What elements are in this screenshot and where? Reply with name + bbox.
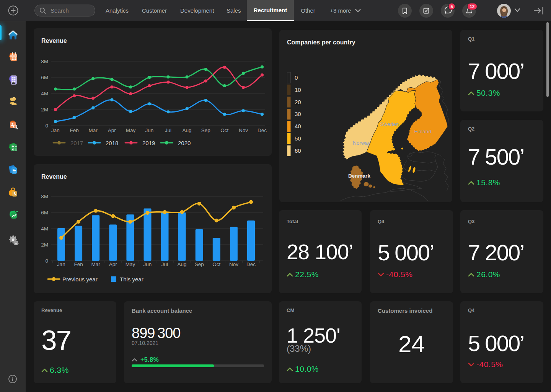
svg-text:2018: 2018 [106, 140, 118, 146]
svg-text:Aug: Aug [178, 261, 187, 267]
svg-text:2017: 2017 [70, 140, 83, 146]
svg-text:Jun: Jun [143, 261, 152, 267]
svg-text:2020: 2020 [178, 140, 191, 146]
svg-text:2019: 2019 [142, 140, 155, 146]
svg-text:Previous year: Previous year [62, 276, 98, 283]
svg-text:4M: 4M [41, 226, 48, 232]
svg-text:Nov: Nov [229, 261, 238, 267]
svg-text:Apr: Apr [108, 127, 116, 133]
svg-text:This year: This year [120, 276, 143, 283]
svg-text:50: 50 [295, 135, 301, 142]
svg-text:Finland: Finland [414, 129, 431, 134]
svg-text:May: May [126, 127, 136, 133]
svg-text:Feb: Feb [74, 261, 83, 267]
svg-text:Feb: Feb [70, 127, 78, 133]
svg-text:Jan: Jan [51, 127, 60, 133]
svg-text:Oct: Oct [212, 261, 220, 267]
svg-text:Dec: Dec [246, 261, 256, 267]
svg-text:Norway: Norway [353, 140, 370, 146]
svg-text:Mar: Mar [89, 127, 98, 133]
svg-text:6M: 6M [41, 75, 48, 80]
svg-text:Jun: Jun [145, 127, 154, 133]
svg-text:May: May [126, 261, 135, 267]
svg-text:2M: 2M [41, 242, 48, 248]
svg-text:12: 12 [470, 4, 475, 9]
svg-text:2M: 2M [41, 107, 48, 113]
svg-text:40: 40 [295, 123, 301, 129]
svg-text:Mar: Mar [91, 261, 101, 267]
svg-text:10: 10 [295, 87, 301, 93]
svg-text:8M: 8M [41, 59, 48, 64]
svg-text:30: 30 [295, 111, 301, 117]
svg-text:Apr: Apr [109, 261, 117, 267]
svg-text:Jan: Jan [57, 261, 65, 267]
svg-text:Oct: Oct [220, 127, 228, 133]
svg-text:0: 0 [45, 123, 48, 129]
svg-text:0: 0 [45, 258, 48, 264]
svg-text:60: 60 [295, 147, 301, 154]
svg-text:8M: 8M [41, 194, 48, 199]
svg-text:20: 20 [295, 99, 301, 105]
svg-text:Jul: Jul [165, 127, 171, 133]
svg-text:Nov: Nov [239, 127, 248, 133]
svg-text:4M: 4M [41, 91, 48, 96]
svg-text:Sweden: Sweden [380, 121, 399, 127]
svg-text:Dec: Dec [258, 127, 267, 133]
svg-text:Sep: Sep [195, 261, 204, 267]
svg-text:Sep: Sep [201, 127, 210, 133]
svg-text:Denmark: Denmark [348, 173, 370, 179]
svg-text:5: 5 [450, 4, 453, 9]
svg-text:Aug: Aug [183, 127, 192, 133]
svg-text:Jul: Jul [161, 261, 168, 267]
svg-text:6M: 6M [41, 210, 48, 216]
svg-text:0: 0 [295, 74, 298, 81]
